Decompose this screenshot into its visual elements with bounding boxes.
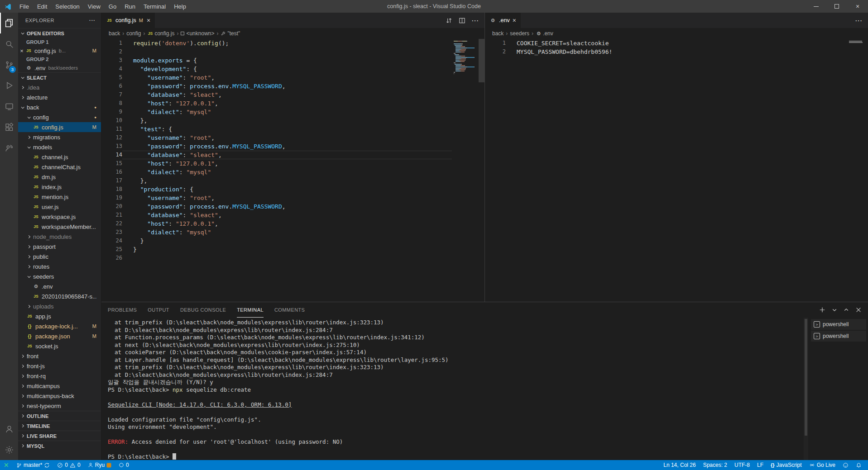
section-outline[interactable]: OUTLINE [18,411,101,421]
workspace-header[interactable]: SLEACT [18,72,101,82]
line-number[interactable]: 9 [101,108,122,116]
code-line-20[interactable]: 20 "password": process.env.MYSQL_PASSWOR… [101,202,452,211]
line-number[interactable]: 21 [101,211,122,219]
line-number[interactable]: 16 [101,168,122,176]
close-icon[interactable]: × [18,47,25,54]
code-line-11[interactable]: 11 "test": { [101,125,452,133]
encoding[interactable]: UTF-8 [731,460,753,470]
breadcrumb-item-back[interactable]: back [109,30,120,37]
line-number[interactable]: 6 [101,82,122,90]
folder-idea[interactable]: .idea [18,82,101,92]
line-number[interactable]: 7 [101,90,122,99]
new-terminal-icon[interactable] [819,307,825,313]
code-line-4[interactable]: 4 "development": { [101,65,452,73]
panel-tab-problems[interactable]: PROBLEMS [108,302,137,318]
activity-live-share-icon[interactable] [0,138,18,158]
file-workspacemember[interactable]: JSworkspaceMember... [18,222,101,232]
folder-multicampus[interactable]: multicampus [18,381,101,391]
menu-selection[interactable]: Selection [51,3,83,10]
line-number[interactable]: 8 [101,99,122,108]
activity-remote-explorer-icon[interactable] [0,96,18,117]
code-line-5[interactable]: 5 "username": "root", [101,73,452,82]
terminal-output[interactable]: at trim_prefix (D:\sleact\back\node_modu… [101,318,808,460]
folder-multicampus-back[interactable]: multicampus-back [18,391,101,401]
code-line-1[interactable]: 1COOKIE_SECRET=sleactcookie [485,39,847,47]
line-number[interactable]: 4 [101,65,122,73]
line-number[interactable]: 17 [101,176,122,185]
maximize-button[interactable] [826,0,847,13]
line-number[interactable]: 2 [101,47,122,56]
menu-go[interactable]: Go [105,3,120,10]
folder-alecture[interactable]: alecture [18,92,101,102]
activity-explorer-icon[interactable] [0,13,18,33]
code-line-14[interactable]: 14 "database": "sleact", [101,151,452,159]
file-app-js[interactable]: JSapp.js [18,311,101,321]
line-number[interactable]: 3 [101,56,122,65]
file-socket-js[interactable]: JSsocket.js [18,341,101,351]
code-line-2[interactable]: 2MYSQL_PASSWORD=dbehdrb0596! [485,47,847,56]
breadcrumb-item-test[interactable]: "test" [221,30,240,37]
go-live-button[interactable]: Go Live [806,460,839,470]
breadcrumb-item-config[interactable]: config [126,30,141,37]
code-line-24[interactable]: 24 } [101,237,452,245]
minimap-2[interactable] [847,39,868,302]
code-line-26[interactable]: 26 [101,254,452,262]
code-line-13[interactable]: 13 "password": process.env.MYSQL_PASSWOR… [101,142,452,151]
notifications-button[interactable] [852,460,865,470]
language-mode[interactable]: {} JavaScript [767,460,806,470]
folder-models[interactable]: models [18,142,101,152]
more-actions-icon[interactable]: ··· [89,18,96,23]
scrollbar-thumb[interactable] [805,319,807,436]
code-line-19[interactable]: 19 "username": "root", [101,194,452,202]
panel-tab-output[interactable]: OUTPUT [148,302,169,318]
more-actions-icon[interactable]: ··· [855,17,863,24]
line-number[interactable]: 15 [101,159,122,168]
menu-file[interactable]: File [15,3,33,10]
file-env[interactable]: ⚙.env [18,281,101,291]
open-editor-item-config-js[interactable]: ×JSconfig.jsb...M [18,46,101,55]
code-line-16[interactable]: 16 "dialect": "mysql" [101,168,452,176]
feedback-button[interactable] [839,460,852,470]
line-number[interactable]: 19 [101,194,122,202]
code-line-2[interactable]: 2 [101,47,452,56]
breadcrumb-item-config-js[interactable]: JSconfig.js [147,30,174,37]
line-number[interactable]: 10 [101,116,122,125]
line-number[interactable]: 24 [101,237,122,245]
breadcrumb-item-unknown[interactable]: <unknown> [181,30,214,37]
activity-settings-icon[interactable] [0,439,18,460]
line-number[interactable]: 20 [101,202,122,211]
section-timeline[interactable]: TIMELINE [18,421,101,431]
file-package-json[interactable]: {}package.jsonM [18,331,101,341]
folder-public[interactable]: public [18,252,101,261]
minimize-button[interactable] [806,0,826,13]
line-number[interactable]: 1 [485,39,506,47]
code-line-8[interactable]: 8 "host": "127.0.0.1", [101,99,452,108]
terminal-instance-2[interactable]: >powershell [811,331,866,342]
folder-config[interactable]: config● [18,112,101,122]
status-counter[interactable]: 0 [115,460,133,470]
code-line-22[interactable]: 22 "host": "127.0.0.1", [101,219,452,228]
code-line-3[interactable]: 3module.exports = { [101,56,452,65]
indentation[interactable]: Spaces: 2 [700,460,731,470]
eol-selector[interactable]: LF [753,460,767,470]
line-number[interactable]: 22 [101,219,122,228]
file-user-js[interactable]: JSuser.js [18,202,101,212]
activity-extensions-icon[interactable] [0,117,18,138]
panel-tab-comments[interactable]: COMMENTS [274,302,305,318]
remote-indicator[interactable] [0,460,13,470]
file-workspace-js[interactable]: JSworkspace.js [18,212,101,222]
activity-search-icon[interactable] [0,33,18,54]
folder-routes[interactable]: routes [18,261,101,271]
close-icon[interactable]: × [147,17,150,24]
line-number[interactable]: 5 [101,73,122,82]
editor1-scrollbar[interactable] [479,39,484,82]
tab-config-js[interactable]: JS config.js M × [101,13,155,28]
editor-1[interactable]: 1require('dotenv').config();23module.exp… [101,39,484,302]
terminal-picker-icon[interactable] [832,307,837,313]
breadcrumb-item-seeders[interactable]: seeders [510,30,529,37]
file-channelchat-js[interactable]: JSchannelChat.js [18,162,101,172]
code-line-9[interactable]: 9 "dialect": "mysql" [101,108,452,116]
file-index-js[interactable]: JSindex.js [18,182,101,192]
close-panel-icon[interactable] [855,307,862,313]
tab-env[interactable]: ⚙ .env × [485,13,521,28]
